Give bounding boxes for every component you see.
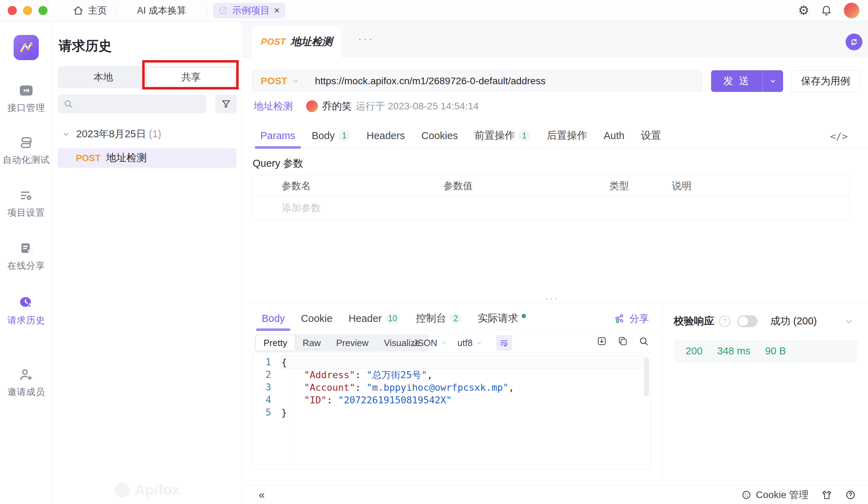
maximize-window-button[interactable] bbox=[38, 6, 48, 15]
view-preview[interactable]: Preview bbox=[328, 335, 376, 351]
cookie-icon bbox=[741, 490, 752, 500]
code-line: 4 "ID": "20722619150819542X" bbox=[253, 394, 651, 406]
close-icon[interactable]: × bbox=[274, 6, 280, 15]
send-options-caret[interactable] bbox=[763, 78, 783, 85]
window-tab-ai[interactable]: AI 成本换算 bbox=[137, 0, 186, 21]
divider bbox=[243, 147, 868, 148]
sidebar-item-invite-members[interactable]: 邀请成员 bbox=[0, 367, 52, 398]
add-param-row[interactable]: 添加参数 bbox=[253, 197, 849, 219]
chevron-down-icon[interactable] bbox=[292, 78, 299, 85]
word-wrap-button[interactable] bbox=[496, 335, 512, 351]
doc-tab-title: 地址检测 bbox=[290, 35, 332, 49]
sidebar-item-request-history[interactable]: 请求历史 bbox=[0, 295, 52, 326]
divider bbox=[243, 329, 662, 330]
copy-icon[interactable] bbox=[617, 336, 628, 346]
user-avatar[interactable] bbox=[844, 2, 860, 19]
sidebar-item-project-settings[interactable]: 项目设置 bbox=[0, 188, 52, 219]
column-header: 类型 bbox=[609, 179, 672, 193]
validation-status-select[interactable]: 成功 (200) bbox=[770, 314, 817, 328]
query-params-title: Query 参数 bbox=[253, 157, 303, 171]
history-search[interactable] bbox=[58, 94, 207, 113]
method-badge: POST bbox=[261, 36, 286, 47]
tab-settings[interactable]: 设置 bbox=[641, 129, 661, 144]
response-size: 90 B bbox=[765, 345, 786, 357]
toggle-knob bbox=[738, 316, 748, 326]
tab-shared[interactable]: 共享 bbox=[147, 68, 235, 87]
date-label: 2023年8月25日 bbox=[76, 128, 146, 139]
close-window-button[interactable] bbox=[8, 6, 17, 15]
cookie-manager-button[interactable]: Cookie 管理 bbox=[741, 488, 809, 502]
column-header: 说明 bbox=[672, 179, 849, 193]
settings-stack-icon bbox=[19, 188, 34, 203]
api-link[interactable]: 地址检测 bbox=[254, 100, 293, 113]
sidebar-item-online-share[interactable]: 在线分享 bbox=[0, 241, 52, 272]
settings-gear-icon[interactable]: ⚙ bbox=[798, 4, 809, 17]
home-nav[interactable]: 主页 bbox=[73, 0, 107, 21]
view-pretty[interactable]: Pretty bbox=[256, 335, 295, 351]
status-code: 200 bbox=[686, 345, 702, 357]
date-count: (1) bbox=[149, 128, 161, 139]
minimize-window-button[interactable] bbox=[23, 6, 32, 15]
tab-pre-processors[interactable]: 前置操作1 bbox=[474, 129, 530, 144]
chevron-down-icon bbox=[441, 340, 447, 346]
chevron-down-icon bbox=[62, 130, 70, 138]
help-circle-icon[interactable]: ? bbox=[719, 316, 730, 327]
theme-shirt-icon[interactable] bbox=[821, 489, 832, 501]
query-params-table: 参数名 参数值 类型 说明 添加参数 bbox=[253, 175, 849, 219]
apifox-watermark: Apifox bbox=[52, 482, 242, 498]
filter-button[interactable] bbox=[215, 94, 237, 113]
tab-params[interactable]: Params bbox=[260, 130, 295, 143]
project-tab-label: 示例项目 bbox=[232, 4, 270, 17]
project-tab[interactable]: 示例项目 × bbox=[213, 3, 285, 18]
api-card-icon bbox=[19, 83, 34, 98]
more-tabs-button[interactable]: ··· bbox=[358, 32, 374, 45]
validation-toggle[interactable] bbox=[737, 315, 758, 327]
response-validation-panel: 校验响应 ? 成功 (200) 200 348 ms 90 B bbox=[662, 303, 868, 485]
badge: 10 bbox=[385, 312, 400, 324]
run-timestamp: 运行于 2023-08-25 14:54:14 bbox=[356, 100, 479, 113]
tab-cookies[interactable]: Cookies bbox=[421, 130, 458, 143]
search-icon[interactable] bbox=[638, 336, 649, 346]
tab-actual-request[interactable]: 实际请求 bbox=[478, 311, 526, 327]
runner-avatar bbox=[306, 100, 318, 112]
format-select[interactable]: JSON bbox=[413, 334, 447, 352]
pane-splitter-handle[interactable]: ··· bbox=[545, 292, 559, 304]
tab-response-cookie[interactable]: Cookie bbox=[301, 313, 332, 326]
tab-body[interactable]: Body1 bbox=[312, 130, 350, 143]
editor-scrollbar[interactable] bbox=[644, 357, 649, 396]
tab-response-body[interactable]: Body bbox=[262, 313, 285, 326]
tab-local[interactable]: 本地 bbox=[59, 68, 147, 87]
chevron-down-icon[interactable] bbox=[844, 317, 853, 326]
search-input[interactable] bbox=[77, 99, 201, 109]
url-input[interactable]: https://mock.apifox.cn/m1/2689726-0-defa… bbox=[315, 75, 545, 87]
apifox-logo[interactable] bbox=[14, 35, 39, 60]
document-tabbar: POST 地址检测 ··· bbox=[243, 21, 868, 57]
save-as-case-button[interactable]: 保存为用例 bbox=[790, 70, 861, 92]
history-item-address-check[interactable]: POST 地址检测 bbox=[58, 148, 237, 168]
history-date-group[interactable]: 2023年8月25日 (1) bbox=[62, 127, 161, 141]
runner-name: 乔的笑 bbox=[322, 100, 352, 113]
apifox-watermark-icon bbox=[114, 482, 130, 498]
tab-response-header[interactable]: Header10 bbox=[348, 312, 400, 326]
encoding-select[interactable]: utf8 bbox=[457, 334, 482, 352]
sidebar-item-api-management[interactable]: 接口管理 bbox=[0, 83, 52, 114]
response-body-editor[interactable]: 1 { 2 "Address": "总万街25号", 3 "Account": … bbox=[253, 353, 651, 469]
tab-auth[interactable]: Auth bbox=[603, 130, 624, 143]
code-icon[interactable]: </> bbox=[830, 131, 848, 142]
download-icon[interactable] bbox=[596, 336, 607, 346]
tab-post-processors[interactable]: 后置操作 bbox=[547, 129, 587, 144]
sync-button[interactable] bbox=[846, 34, 862, 50]
send-button[interactable]: 发 送 bbox=[711, 70, 783, 92]
home-label: 主页 bbox=[88, 4, 107, 17]
sidebar-item-automated-testing[interactable]: 自动化测试 bbox=[0, 135, 52, 166]
help-circle-icon[interactable] bbox=[845, 489, 856, 501]
share-button[interactable]: 分享 bbox=[614, 312, 649, 325]
method-select[interactable]: POST bbox=[261, 75, 287, 87]
request-doc-tab[interactable]: POST 地址检测 bbox=[252, 26, 341, 57]
collapse-sidebar-icon[interactable]: « bbox=[259, 488, 265, 501]
sidebar-rail: 接口管理 自动化测试 项目设置 在线分享 请求历史 bbox=[0, 21, 52, 504]
notifications-bell-icon[interactable] bbox=[820, 5, 832, 16]
tab-console[interactable]: 控制台2 bbox=[416, 311, 462, 327]
view-raw[interactable]: Raw bbox=[295, 335, 328, 351]
tab-headers[interactable]: Headers bbox=[367, 130, 405, 143]
